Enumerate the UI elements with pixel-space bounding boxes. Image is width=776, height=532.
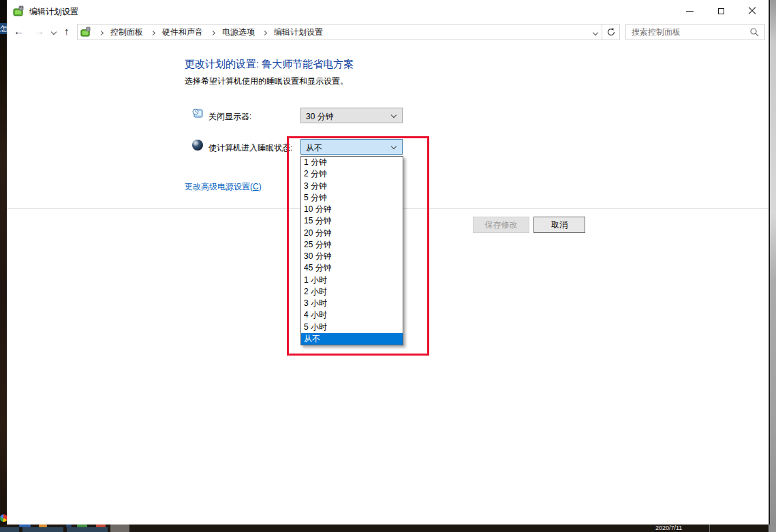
dropdown-option[interactable]: 25 分钟 xyxy=(301,239,403,251)
dropdown-option[interactable]: 5 小时 xyxy=(301,322,403,333)
dropdown-option[interactable]: 1 分钟 xyxy=(301,157,403,168)
turn-off-display-label: 关闭显示器: xyxy=(208,111,251,123)
power-plan-icon xyxy=(13,5,25,17)
dropdown-option[interactable]: 3 分钟 xyxy=(301,181,403,192)
navigation-bar: ← → ↑ 控制面板 硬件和声音 电源选项 编辑计划设置 xyxy=(7,22,769,42)
dropdown-option[interactable]: 5 分钟 xyxy=(301,192,403,204)
taskbar-app-icon[interactable] xyxy=(22,527,63,532)
taskbar-app-icon[interactable] xyxy=(67,527,108,532)
search-icon[interactable] xyxy=(749,27,759,37)
dropdown-option[interactable]: 10 分钟 xyxy=(301,204,403,215)
search-box xyxy=(625,24,765,40)
dropdown-option[interactable]: 4 小时 xyxy=(301,309,403,321)
minimize-button[interactable] xyxy=(674,0,705,22)
address-dropdown-chevron-icon[interactable] xyxy=(593,30,598,35)
breadcrumb-separator-icon xyxy=(147,27,158,37)
breadcrumb-power-options[interactable]: 电源选项 xyxy=(218,25,259,40)
page-title: 更改计划的设置: 鲁大师节能省电方案 xyxy=(185,58,354,71)
breadcrumb-separator-icon xyxy=(207,27,218,37)
sleep-timeout-label: 使计算机进入睡眠状态: xyxy=(208,142,292,154)
chevron-down-icon xyxy=(391,112,397,118)
edit-plan-settings-window: 编辑计划设置 ← → ↑ 控制面板 xyxy=(7,0,769,525)
screen: 怎 2020/7/11 编辑计划设置 xyxy=(0,0,776,532)
maximize-icon xyxy=(718,8,724,14)
search-input[interactable] xyxy=(632,25,741,39)
close-button[interactable] xyxy=(736,0,768,22)
dropdown-option[interactable]: 3 小时 xyxy=(301,298,403,309)
window-controls xyxy=(674,0,768,22)
minimize-icon xyxy=(686,11,694,12)
desktop-background-left: 怎 xyxy=(0,0,7,532)
dropdown-option[interactable]: 2 分钟 xyxy=(301,168,403,180)
address-bar[interactable]: 控制面板 硬件和声音 电源选项 编辑计划设置 xyxy=(77,24,620,40)
close-icon xyxy=(748,7,756,15)
back-button[interactable]: ← xyxy=(14,25,24,38)
sleep-timeout-dropdown-list: 1 分钟 2 分钟 3 分钟 5 分钟 10 分钟 15 分钟 20 分钟 25… xyxy=(300,156,403,345)
display-timeout-select[interactable]: 30 分钟 xyxy=(300,108,403,123)
maximize-button[interactable] xyxy=(705,0,736,22)
sleep-timeout-select[interactable]: 从不 xyxy=(300,139,403,155)
taskbar-clock-date[interactable]: 2020/7/11 xyxy=(655,525,682,531)
display-timeout-value: 30 分钟 xyxy=(306,111,334,123)
refresh-button[interactable] xyxy=(602,25,619,40)
breadcrumb-separator-icon xyxy=(259,27,270,37)
taskbar: 2020/7/11 xyxy=(0,525,776,532)
dropdown-option[interactable]: 30 分钟 xyxy=(301,251,403,262)
sleep-moon-icon xyxy=(192,140,203,151)
desktop-background-right xyxy=(770,0,776,532)
up-button[interactable]: ↑ xyxy=(64,25,69,38)
link-text: ) xyxy=(259,182,262,191)
breadcrumb-edit-plan-settings[interactable]: 编辑计划设置 xyxy=(270,25,327,40)
dropdown-option[interactable]: 15 分钟 xyxy=(301,215,403,227)
title-bar: 编辑计划设置 xyxy=(7,0,769,22)
dropdown-option[interactable]: 2 小时 xyxy=(301,286,403,298)
breadcrumb-hardware-sound[interactable]: 硬件和声音 xyxy=(158,25,207,40)
taskbar-app-icon[interactable] xyxy=(0,527,19,532)
taskbar-separator xyxy=(709,525,710,532)
save-changes-button: 保存修改 xyxy=(473,217,529,233)
power-plan-icon xyxy=(80,27,91,37)
dropdown-option[interactable]: 1 小时 xyxy=(301,275,403,286)
link-text: 更改高级电源设置( xyxy=(185,182,253,191)
dropdown-option[interactable]: 20 分钟 xyxy=(301,228,403,239)
breadcrumb-separator-icon xyxy=(95,27,106,37)
desktop-icon-label-fragment: 怎 xyxy=(0,23,7,34)
window-title: 编辑计划设置 xyxy=(29,6,78,18)
link-accelerator: C xyxy=(253,182,259,191)
page-description: 选择希望计算机使用的睡眠设置和显示设置。 xyxy=(185,76,348,87)
dropdown-option-selected[interactable]: 从不 xyxy=(301,333,403,345)
advanced-power-settings-link[interactable]: 更改高级电源设置(C) xyxy=(185,181,262,193)
sleep-timeout-value: 从不 xyxy=(306,142,322,154)
breadcrumb: 控制面板 硬件和声音 电源选项 编辑计划设置 xyxy=(95,25,327,40)
refresh-icon xyxy=(606,27,616,37)
dropdown-option[interactable]: 45 分钟 xyxy=(301,262,403,274)
breadcrumb-control-panel[interactable]: 控制面板 xyxy=(106,25,147,40)
taskbar-app-icon[interactable] xyxy=(110,525,129,532)
display-clock-icon xyxy=(192,108,203,119)
chevron-down-icon xyxy=(391,144,397,149)
recent-locations-chevron-icon[interactable] xyxy=(51,29,57,35)
show-desktop-button[interactable] xyxy=(769,525,776,532)
forward-button: → xyxy=(34,25,44,38)
cancel-button[interactable]: 取消 xyxy=(533,217,585,233)
